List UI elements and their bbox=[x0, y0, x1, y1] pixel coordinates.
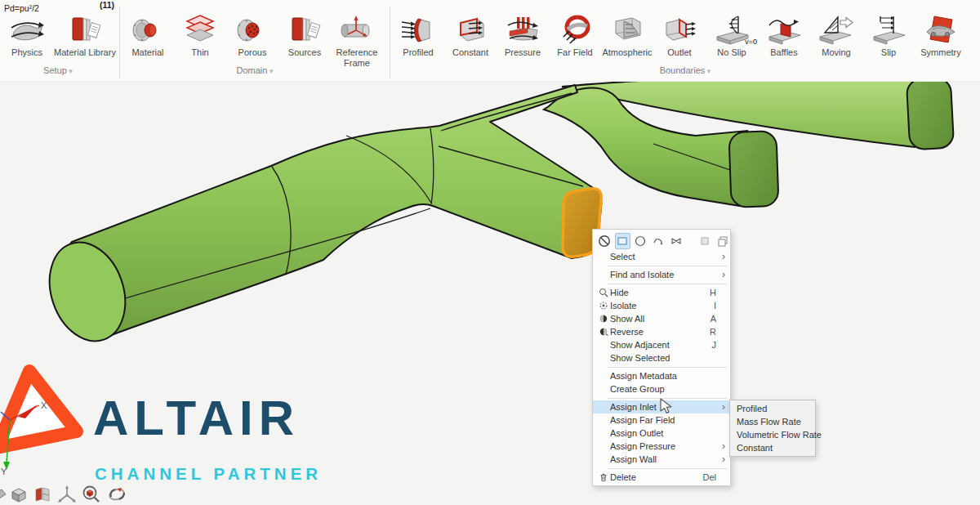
scene-canvas: X Y ALTAIR CHANNEL PARTNER bbox=[0, 82, 980, 505]
freehand-select-tool-icon[interactable] bbox=[651, 233, 666, 249]
menu-item-show-selected[interactable]: Show Selected bbox=[593, 351, 730, 364]
ribbon-button-profiled[interactable]: Profiled bbox=[392, 0, 444, 64]
menu-item-assign-wall[interactable]: Assign Wall bbox=[593, 453, 730, 466]
material-library-count-badge: (11) bbox=[100, 0, 114, 10]
material-library-label: Material Library bbox=[54, 47, 116, 58]
submenu-arrow-icon bbox=[719, 401, 725, 413]
axis-triad-icon[interactable] bbox=[58, 485, 76, 503]
menu-item-create-group[interactable]: Create Group bbox=[593, 382, 730, 396]
isolate-icon bbox=[599, 301, 608, 311]
slip-label: Slip bbox=[881, 47, 896, 58]
baffles-icon bbox=[766, 14, 802, 47]
outlet-label: Outlet bbox=[667, 47, 691, 58]
ribbon-button-atmospheric[interactable]: Atmospheric bbox=[601, 0, 653, 64]
submenu-item-profiled[interactable]: Profiled bbox=[730, 402, 815, 415]
view-corner-icon[interactable] bbox=[0, 489, 6, 502]
ribbon-button-no-slip[interactable]: v=0 No Slip bbox=[706, 0, 758, 64]
ribbon-button-moving[interactable]: Moving bbox=[810, 0, 862, 64]
submenu-item-constant[interactable]: Constant bbox=[730, 441, 815, 454]
material-library-icon bbox=[67, 14, 103, 47]
symmetry-label: Symmetry bbox=[920, 47, 961, 58]
rectangle-select-tool-icon[interactable] bbox=[615, 233, 630, 249]
ribbon-group-setup: Pd=pu²/2 Physics (11) bbox=[0, 0, 119, 81]
baffles-label: Baffles bbox=[770, 47, 797, 58]
ribbon-button-outlet[interactable]: Outlet bbox=[653, 0, 706, 64]
atmospheric-label: Atmospheric bbox=[602, 47, 652, 58]
physics-formula-annotation: Pd=pu²/2 bbox=[4, 3, 39, 13]
box-select-tool-icon[interactable] bbox=[697, 233, 712, 249]
ribbon-button-reference-frame[interactable]: Reference Frame bbox=[331, 0, 383, 64]
setup-buttons: Pd=pu²/2 Physics (11) bbox=[0, 0, 119, 64]
manifold-main-body[interactable] bbox=[37, 85, 601, 351]
ribbon-button-porous[interactable]: Porous bbox=[226, 0, 278, 64]
material-icon bbox=[130, 14, 166, 47]
constant-inlet-icon bbox=[452, 14, 488, 47]
ribbon-button-pressure[interactable]: Pressure bbox=[497, 0, 549, 64]
ribbon-button-slip[interactable]: Slip bbox=[862, 0, 915, 64]
menu-separator bbox=[608, 367, 727, 368]
menu-item-assign-metadata[interactable]: Assign Metadata bbox=[593, 369, 730, 382]
menu-item-assign-pressure[interactable]: Assign Pressure bbox=[593, 440, 730, 453]
tool-spacer bbox=[687, 233, 694, 249]
triad-x-label: X bbox=[41, 400, 47, 410]
menu-item-show-all[interactable]: Show All A bbox=[593, 312, 730, 325]
material-label: Material bbox=[131, 47, 163, 58]
rotate-view-icon[interactable] bbox=[109, 488, 126, 502]
ribbon-button-physics[interactable]: Pd=pu²/2 Physics bbox=[2, 0, 52, 64]
view-cube-icon[interactable] bbox=[12, 489, 25, 502]
group-label-boundaries[interactable]: Boundaries bbox=[390, 64, 980, 81]
submenu-arrow-icon bbox=[719, 269, 725, 280]
menu-item-assign-far-field[interactable]: Assign Far Field bbox=[593, 413, 730, 427]
select-through-tool-icon[interactable] bbox=[715, 233, 730, 249]
menu-item-reverse[interactable]: Reverse R bbox=[593, 325, 730, 338]
deselect-tool-icon[interactable] bbox=[597, 233, 612, 249]
ribbon: Pd=pu²/2 Physics (11) bbox=[0, 0, 980, 82]
reference-frame-label: Reference Frame bbox=[331, 47, 383, 68]
ribbon-button-far-field[interactable]: Far Field bbox=[549, 0, 601, 64]
ribbon-button-constant[interactable]: Constant bbox=[444, 0, 497, 64]
brand-logo bbox=[0, 371, 77, 448]
menu-item-delete[interactable]: Delete Del bbox=[593, 471, 730, 484]
moving-wall-icon bbox=[818, 14, 854, 47]
no-slip-label: No Slip bbox=[717, 47, 746, 58]
ribbon-button-thin[interactable]: Thin bbox=[174, 0, 226, 64]
circle-select-tool-icon[interactable] bbox=[633, 233, 648, 249]
menu-separator bbox=[608, 398, 727, 399]
hide-icon bbox=[599, 288, 608, 297]
ribbon-button-symmetry[interactable]: Symmetry bbox=[915, 0, 967, 64]
ribbon-button-material-library[interactable]: (11) Material Library bbox=[52, 0, 118, 64]
altair-logo-mark bbox=[0, 371, 77, 448]
menu-item-show-adjacent[interactable]: Show Adjacent J bbox=[593, 338, 730, 351]
reverse-icon bbox=[599, 327, 608, 337]
sources-label: Sources bbox=[288, 47, 321, 58]
porous-icon bbox=[234, 14, 270, 47]
group-label-setup[interactable]: Setup bbox=[0, 64, 116, 81]
menu-item-hide[interactable]: Hide H bbox=[593, 286, 730, 299]
menu-item-assign-outlet[interactable]: Assign Outlet bbox=[593, 427, 730, 440]
menu-item-find-and-isolate[interactable]: Find and Isolate bbox=[593, 268, 730, 281]
polygon-select-tool-icon[interactable] bbox=[669, 233, 684, 249]
ribbon-button-sources[interactable]: Sources bbox=[278, 0, 331, 64]
menu-item-select[interactable]: Select bbox=[593, 250, 730, 263]
menu-item-isolate[interactable]: Isolate I bbox=[593, 299, 730, 312]
triad-y-label: Y bbox=[1, 467, 7, 476]
section-planes-icon[interactable] bbox=[36, 488, 49, 501]
menu-separator bbox=[608, 284, 727, 284]
selection-tools-row bbox=[593, 231, 730, 250]
submenu-item-mass-flow-rate[interactable]: Mass Flow Rate bbox=[730, 415, 815, 428]
ribbon-button-baffles[interactable]: Baffles bbox=[758, 0, 810, 64]
menu-item-assign-inlet[interactable]: Assign Inlet bbox=[593, 400, 730, 413]
submenu-arrow-icon bbox=[719, 454, 725, 465]
ribbon-button-material[interactable]: Material bbox=[122, 0, 174, 64]
branch-end-face-middle[interactable] bbox=[728, 131, 778, 208]
profiled-label: Profiled bbox=[403, 47, 433, 58]
atmospheric-icon bbox=[609, 14, 645, 47]
zoom-selected-icon[interactable] bbox=[84, 487, 100, 503]
model-viewport[interactable]: X Y ALTAIR CHANNEL PARTNER bbox=[0, 82, 980, 505]
outlet-icon bbox=[662, 14, 697, 47]
boundaries-buttons: Profiled Constant bbox=[390, 0, 980, 64]
submenu-arrow-icon bbox=[719, 440, 725, 452]
brand-title: ALTAIR bbox=[93, 391, 300, 445]
branch-end-face-rear[interactable] bbox=[906, 82, 954, 150]
submenu-item-volumetric-flow-rate[interactable]: Volumetric Flow Rate bbox=[730, 428, 815, 441]
